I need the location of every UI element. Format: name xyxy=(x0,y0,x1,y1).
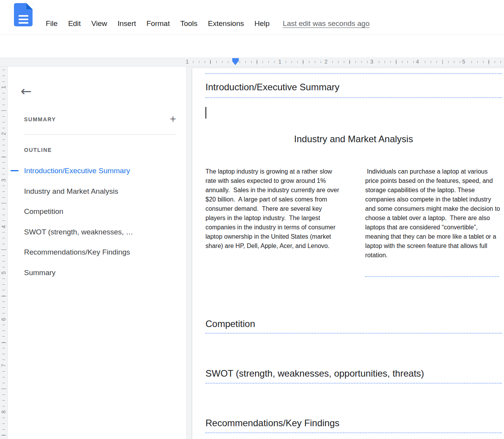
ruler-number: 3 xyxy=(0,177,7,183)
close-outline-icon[interactable]: ← xyxy=(21,84,32,98)
google-docs-app: File Edit View Insert Format Tools Exten… xyxy=(0,0,504,439)
section-boundary-line xyxy=(205,333,502,334)
google-docs-logo-icon[interactable] xyxy=(14,3,33,26)
add-summary-button[interactable]: + xyxy=(170,114,176,124)
outline-item[interactable]: Competition xyxy=(8,201,186,222)
outline-item[interactable]: Summary xyxy=(8,263,186,283)
last-edit-status[interactable]: Last edit was seconds ago xyxy=(283,19,369,28)
ruler-number: 8 xyxy=(0,409,7,415)
outline-item[interactable]: Recommendations/Key Findings xyxy=(8,242,186,263)
outline-item-label: Recommendations/Key Findings xyxy=(24,248,130,257)
menu-item[interactable]: Insert xyxy=(117,19,136,28)
doc-heading-industry[interactable]: Industry and Market Analysis xyxy=(205,133,502,145)
outline-item[interactable]: Introduction/Executive Summary xyxy=(8,161,186,181)
doc-heading-competition[interactable]: Competition xyxy=(205,318,255,330)
document-page[interactable]: Introduction/Executive Summary Industry … xyxy=(192,68,504,439)
logo-fold xyxy=(26,3,33,9)
menu-item[interactable]: Help xyxy=(254,19,269,28)
menu-item[interactable]: Extensions xyxy=(208,19,244,28)
ruler-number: 4 xyxy=(415,58,420,65)
ruler-number: 5 xyxy=(461,58,466,65)
header: File Edit View Insert Format Tools Exten… xyxy=(0,0,504,34)
section-boundary-line xyxy=(205,73,502,74)
section-boundary-line xyxy=(205,383,502,384)
menu-item[interactable]: File xyxy=(46,19,58,28)
ruler-ticks xyxy=(210,60,504,64)
ruler-number: 7 xyxy=(0,362,7,368)
logo-line xyxy=(19,22,28,24)
menu-item[interactable]: Edit xyxy=(68,19,81,28)
doc-heading-recommendations[interactable]: Recommendations/Key Findings xyxy=(205,417,340,429)
ruler-number: 3 xyxy=(369,58,375,65)
outline-item-label: Summary xyxy=(24,269,55,277)
summary-header: SUMMARY + xyxy=(24,114,176,124)
panel-divider xyxy=(24,134,176,135)
horizontal-ruler: 1 1 2 3 4 5 xyxy=(0,57,504,67)
doc-body-column-right[interactable]: Individuals can purchase a laptop at var… xyxy=(365,167,500,260)
menu-item[interactable]: View xyxy=(91,19,107,28)
doc-heading-swot[interactable]: SWOT (strength, weaknesses, opportunitie… xyxy=(205,367,424,380)
ruler-number: 5 xyxy=(0,270,7,276)
section-boundary-line xyxy=(205,432,502,433)
ruler-number: 1 xyxy=(185,58,190,65)
active-heading-indicator xyxy=(10,170,19,171)
indent-marker[interactable] xyxy=(232,58,239,65)
outline-item-label: Industry and Market Analysis xyxy=(24,187,118,196)
toolbar: 75% Heading 2 Arial − 16 + B I U A xyxy=(0,34,504,57)
summary-label: SUMMARY xyxy=(24,116,56,122)
text-cursor xyxy=(205,107,206,119)
logo-line xyxy=(19,15,28,17)
outline-item-label: Competition xyxy=(24,207,63,216)
outline-item-label: SWOT (strength, weaknesses, … xyxy=(24,228,133,236)
document-canvas: Introduction/Executive Summary Industry … xyxy=(186,67,504,439)
ruler-number: 2 xyxy=(323,58,329,65)
outline-item[interactable]: Industry and Market Analysis xyxy=(8,181,186,202)
outline-label: OUTLINE xyxy=(24,147,52,153)
outline-item-label: Introduction/Executive Summary xyxy=(24,167,130,175)
ruler-number: 6 xyxy=(0,316,7,322)
outline-sidebar: ← SUMMARY + OUTLINE Introduction/Executi… xyxy=(8,67,186,439)
doc-heading-introduction[interactable]: Introduction/Executive Summary xyxy=(205,81,339,93)
ruler-number: 4 xyxy=(0,224,7,230)
menu-item[interactable]: Tools xyxy=(180,19,197,28)
menu-bar: File Edit View Insert Format Tools Exten… xyxy=(46,18,369,29)
doc-body-column-left[interactable]: The laptop industry is growing at a rath… xyxy=(205,167,340,251)
ruler-number: 1 xyxy=(0,84,7,90)
section-boundary-line xyxy=(205,97,502,98)
section-boundary-line xyxy=(365,276,499,277)
left-indent-marker[interactable] xyxy=(232,58,239,61)
outline-list: Introduction/Executive Summary Industry … xyxy=(8,161,186,283)
menu-items: File Edit View Insert Format Tools Exten… xyxy=(46,19,269,28)
first-line-indent-marker[interactable] xyxy=(232,61,238,65)
outline-item[interactable]: SWOT (strength, weaknesses, … xyxy=(8,222,186,243)
logo-line xyxy=(19,19,28,20)
ruler-number: 2 xyxy=(0,131,7,137)
menu-item[interactable]: Format xyxy=(147,19,170,28)
vertical-ruler: 1 2 3 4 5 6 7 8 xyxy=(0,67,8,439)
ruler-number: 1 xyxy=(277,58,283,65)
